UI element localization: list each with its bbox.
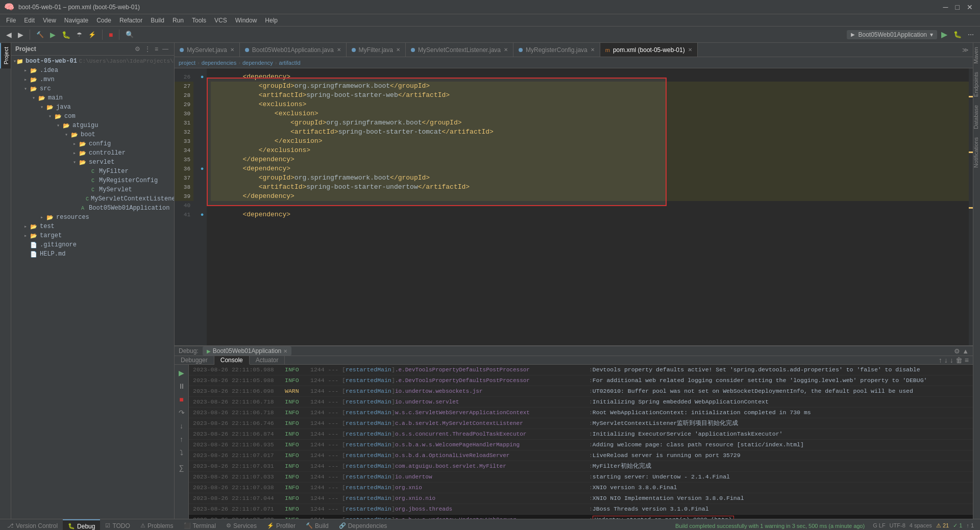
menu-code[interactable]: Code: [92, 16, 115, 25]
bottom-nav-problems[interactable]: ⚠ Problems: [135, 519, 179, 530]
menu-tools[interactable]: Tools: [188, 16, 210, 25]
lf-indicator[interactable]: G LF: [873, 522, 885, 529]
debug-evaluate-btn[interactable]: ∑: [177, 462, 186, 474]
debug-maximize-btn[interactable]: ▲: [962, 347, 969, 355]
warning-indicator[interactable]: ⚠ 21: [936, 522, 949, 529]
debug-step-over-btn[interactable]: ↷: [177, 407, 187, 419]
menu-edit[interactable]: Edit: [20, 16, 39, 25]
debug-down-btn[interactable]: ↓: [944, 356, 948, 364]
menu-build[interactable]: Build: [146, 16, 168, 25]
toolbar-forward-btn[interactable]: ▶: [16, 29, 26, 41]
debug-clear-btn[interactable]: 🗑: [955, 356, 963, 364]
tab-actuator[interactable]: Actuator: [250, 356, 285, 364]
code-editor[interactable]: 26 27 28 29 30 31 32 33 34 35 36 37 38 3…: [175, 68, 973, 345]
bottom-nav-terminal[interactable]: ⬛ Terminal: [179, 519, 221, 530]
encoding-indicator[interactable]: UTF-8: [890, 522, 905, 529]
tree-main[interactable]: ▾ 📂 main: [11, 93, 174, 103]
sidebar-gear-btn[interactable]: ⚙: [133, 45, 142, 53]
bottom-nav-todo[interactable]: ☑ TODO: [100, 519, 135, 530]
tree-config[interactable]: ▸ 📂 config: [11, 139, 174, 148]
right-tab-database[interactable]: Database: [973, 101, 980, 133]
tree-idea[interactable]: ▸ 📂 .idea: [11, 66, 174, 75]
debug-filter-btn[interactable]: ≡: [965, 356, 969, 364]
menu-help[interactable]: Help: [261, 16, 282, 25]
tab-close-pomxml[interactable]: ✕: [688, 47, 692, 53]
close-button[interactable]: ✕: [964, 2, 976, 12]
bottom-nav-profiler[interactable]: ⚡ Profiler: [262, 519, 301, 530]
minimize-button[interactable]: ─: [940, 2, 951, 12]
tab-myregister[interactable]: MyRegisterConfig.java ✕: [513, 43, 600, 57]
tree-myservlet[interactable]: C MyServlet: [11, 185, 174, 194]
right-tab-maven[interactable]: Maven: [973, 43, 980, 68]
tree-myfilter[interactable]: C MyFilter: [11, 167, 174, 176]
toolbar-stop-btn[interactable]: ■: [107, 29, 115, 41]
tree-servlet[interactable]: ▾ 📂 servlet: [11, 158, 174, 167]
bottom-nav-build[interactable]: 🔨 Build: [301, 519, 334, 530]
tree-gitignore[interactable]: 📄 .gitignore: [11, 240, 174, 249]
tree-com[interactable]: ▾ 📂 com: [11, 112, 174, 121]
tree-mvn[interactable]: ▸ 📂 .mvn: [11, 75, 174, 84]
bottom-nav-services[interactable]: ⚙ Services: [221, 519, 262, 530]
toolbar-back-btn[interactable]: ◀: [4, 29, 14, 41]
window-controls[interactable]: ─ □ ✕: [940, 2, 976, 12]
toolbar-search-btn[interactable]: 🔍: [124, 29, 136, 40]
tab-close-myregister[interactable]: ✕: [591, 47, 595, 53]
tree-java[interactable]: ▾ 📂 java: [11, 103, 174, 112]
breadcrumb-project[interactable]: project: [179, 60, 195, 66]
sidebar-expand-btn[interactable]: ⋮: [143, 45, 152, 53]
left-vtab-project[interactable]: Project: [0, 43, 11, 68]
breadcrumb-dependency[interactable]: dependency: [242, 60, 273, 66]
tree-resources[interactable]: ▸ 📂 resources: [11, 213, 174, 222]
debug-run-to-cursor-btn[interactable]: ⤵: [178, 446, 185, 459]
toolbar-run-btn[interactable]: ▶: [48, 29, 58, 41]
toolbar-debug-btn[interactable]: 🐛: [60, 29, 72, 41]
toolbar-debug-main-btn[interactable]: 🐛: [951, 30, 964, 39]
bottom-nav-dependencies[interactable]: 🔗 Dependencies: [334, 519, 393, 530]
run-config-selector[interactable]: ▶ Boot05Web01Application ▾: [847, 30, 937, 39]
menu-run[interactable]: Run: [168, 16, 188, 25]
tab-close-myservletctx[interactable]: ✕: [504, 47, 508, 53]
tree-myregisterconfig[interactable]: C MyRegisterConfig: [11, 176, 174, 185]
toolbar-more-btn[interactable]: ⋯: [966, 29, 976, 40]
tree-atguigu[interactable]: ▾ 📂 atguigu: [11, 121, 174, 130]
tree-boot05app[interactable]: A Boot05Web01Application: [11, 204, 174, 213]
toolbar-run-main-btn[interactable]: ▶: [939, 29, 949, 40]
sidebar-close-btn[interactable]: —: [161, 45, 170, 53]
menu-refactor[interactable]: Refactor: [115, 16, 146, 25]
debug-step-btn[interactable]: ↓: [950, 356, 953, 364]
menu-view[interactable]: View: [39, 16, 60, 25]
right-tab-endpoints[interactable]: Endpoints: [973, 68, 980, 101]
tree-src[interactable]: ▾ 📂 src: [11, 84, 174, 93]
tab-boot05app[interactable]: Boot05Web01Application.java ✕: [240, 43, 347, 57]
bottom-nav-debug[interactable]: 🐛 Debug: [63, 519, 100, 530]
tab-myfilter[interactable]: MyFilter.java ✕: [347, 43, 406, 57]
toolbar-profile-btn[interactable]: ⚡: [86, 29, 98, 40]
menu-window[interactable]: Window: [231, 16, 261, 25]
tab-myservlet[interactable]: MyServlet.java ✕: [175, 43, 240, 57]
tree-helpmd[interactable]: 📄 HELP.md: [11, 249, 174, 259]
indent-indicator[interactable]: 4 spaces: [910, 522, 932, 529]
breadcrumb-dependencies[interactable]: dependencies: [202, 60, 237, 66]
debug-close-icon[interactable]: ✕: [283, 348, 287, 354]
debug-pause-btn[interactable]: ⏸: [176, 380, 187, 392]
tab-close-myfilter[interactable]: ✕: [396, 47, 400, 53]
tab-pomxml[interactable]: m pom.xml (boot-05-web-01) ✕: [600, 43, 698, 57]
menu-vcs[interactable]: VCS: [210, 16, 231, 25]
tab-close-myservlet[interactable]: ✕: [230, 47, 234, 53]
debug-resume-btn[interactable]: ▶: [177, 367, 186, 379]
menu-navigate[interactable]: Navigate: [60, 16, 92, 25]
tree-test[interactable]: ▸ 📂 test: [11, 222, 174, 231]
debug-step-out-btn[interactable]: ↑: [178, 433, 185, 445]
sidebar-collapse-btn[interactable]: ≡: [153, 45, 160, 53]
bottom-nav-vcs[interactable]: ⎇ Version Control: [2, 519, 63, 530]
tree-target[interactable]: ▸ 📂 target: [11, 231, 174, 240]
debug-gear-btn[interactable]: ⚙: [954, 347, 960, 355]
toolbar-build-btn[interactable]: 🔨: [34, 29, 46, 40]
debug-step-into-btn[interactable]: ↓: [178, 420, 185, 432]
tree-myservletcontextlistener[interactable]: C MyServletContextListener: [11, 194, 174, 204]
debug-session[interactable]: ▶ Boot05Web01Application ✕: [203, 346, 292, 356]
tab-console[interactable]: Console: [214, 356, 250, 365]
breadcrumb-artifactid[interactable]: artifactId: [279, 60, 301, 66]
right-tab-notifications[interactable]: Notifications: [973, 133, 980, 172]
tree-controller[interactable]: ▸ 📂 controller: [11, 148, 174, 158]
